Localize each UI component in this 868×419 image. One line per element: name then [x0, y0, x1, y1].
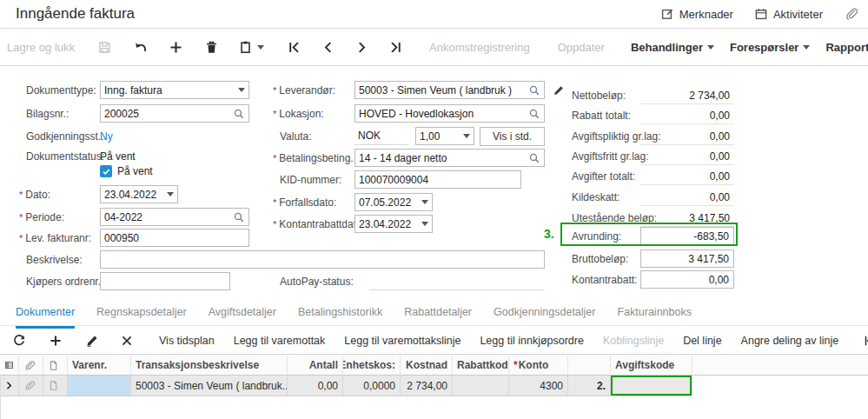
- rounding-value[interactable]: -683,50: [640, 227, 734, 245]
- edit-pencil-icon[interactable]: [553, 84, 565, 96]
- save-and-close-button[interactable]: Lagre og lukk: [7, 41, 75, 54]
- discount-total-value: 0,00: [640, 107, 734, 124]
- row-note-icon[interactable]: [43, 376, 68, 396]
- cash-discount-value[interactable]: 0,00: [640, 270, 734, 289]
- search-icon[interactable]: [528, 84, 540, 96]
- chevron-down-icon: [803, 45, 810, 50]
- cell-enhetskost[interactable]: 0,0000: [343, 376, 401, 396]
- net-amount-label: Nettobeløp:: [572, 87, 626, 104]
- grid-header-row: Varenr. Transaksjonsbeskrivelse Antall E…: [0, 356, 868, 376]
- col-header-antall[interactable]: Antall: [288, 356, 343, 376]
- vendor-invoice-nbr-label: Lev. fakturanr:: [19, 229, 91, 247]
- activities-button[interactable]: Aktiviteter: [754, 7, 823, 21]
- tab-avgiftsdetaljer[interactable]: Avgiftsdetaljer: [209, 306, 276, 326]
- gross-amount-value[interactable]: 3 417,50: [640, 249, 734, 268]
- due-date-field[interactable]: 07.05.2022: [354, 193, 433, 211]
- tab-betalingshistorikk[interactable]: Betalingshistorikk: [298, 306, 382, 326]
- cell-rabattkode[interactable]: [453, 376, 509, 396]
- split-line-button[interactable]: Del linje: [673, 335, 731, 347]
- chevron-down-icon[interactable]: [421, 200, 428, 204]
- description-field[interactable]: [100, 250, 545, 269]
- period-field[interactable]: 04-2022: [100, 208, 249, 226]
- chevron-down-icon[interactable]: [167, 192, 174, 196]
- cell-konto[interactable]: 4300: [509, 376, 568, 396]
- vendor-field[interactable]: 50003 - Simen Veum ( landbruk ): [354, 81, 545, 99]
- col-header-varenr[interactable]: Varenr.: [68, 356, 131, 376]
- fit-width-icon[interactable]: [864, 334, 868, 348]
- notes-button[interactable]: Merknader: [660, 7, 733, 21]
- currency-rate-field[interactable]: 1,00: [415, 127, 474, 145]
- tab-fakturainnboks[interactable]: Fakturainnboks: [617, 306, 691, 326]
- update-button[interactable]: Oppdater: [558, 41, 605, 54]
- search-icon[interactable]: [528, 152, 540, 164]
- actions-menu-button[interactable]: Behandlinger: [631, 41, 714, 54]
- search-icon[interactable]: [528, 108, 540, 120]
- go-last-icon[interactable]: [388, 40, 403, 55]
- attachments-icon[interactable]: [844, 7, 858, 21]
- cell-kostnad[interactable]: 2 734,00: [401, 376, 453, 396]
- reference-nbr-field[interactable]: 200025: [100, 104, 249, 123]
- cell-beskrivelse[interactable]: 50003 - Simen Veum ( landbruk...: [131, 376, 288, 396]
- col-header-enhetskost[interactable]: Enhetskos:: [343, 356, 401, 376]
- due-date-label: Forfallsdato:: [273, 193, 336, 211]
- edit-row-icon[interactable]: [85, 334, 99, 348]
- tab-regnskapsdetaljer[interactable]: Regnskapsdetaljer: [96, 306, 187, 326]
- col-header-konto[interactable]: Konto: [509, 356, 568, 376]
- chevron-down-icon[interactable]: [463, 134, 470, 138]
- currency-code-field[interactable]: NOK: [354, 127, 408, 145]
- search-icon[interactable]: [233, 108, 245, 120]
- add-purchase-order-button[interactable]: Legg til innkjøpsordre: [470, 335, 593, 347]
- payment-terms-field[interactable]: 14 - 14 dager netto: [354, 149, 545, 167]
- cell-antall[interactable]: 0,00: [288, 376, 343, 396]
- cell-varenr[interactable]: [68, 376, 131, 396]
- kid-number-label: KID-nummer:: [280, 170, 341, 189]
- grid-settings-icon[interactable]: [0, 356, 19, 376]
- go-first-icon[interactable]: [287, 40, 301, 55]
- date-field[interactable]: 23.04.2022: [100, 185, 178, 203]
- clipboard-menu-button[interactable]: [238, 40, 264, 55]
- row-expand-icon[interactable]: [0, 376, 19, 396]
- cash-discount-date-field[interactable]: 23.04.2022: [354, 215, 433, 233]
- table-row[interactable]: 50003 - Simen Veum ( landbruk... 0,00 0,…: [0, 376, 868, 396]
- add-receipt-line-button[interactable]: Legg til varemottakslinje: [335, 335, 470, 347]
- description-label: Beskrivelse:: [26, 250, 83, 269]
- tax-total-label: Avgifter totalt:: [572, 168, 635, 185]
- vendor-invoice-nbr-field[interactable]: 000950: [100, 229, 249, 247]
- document-type-field[interactable]: Inng. faktura: [100, 81, 249, 99]
- inquiries-menu-button[interactable]: Forespørsler: [730, 41, 810, 54]
- col-header-kostnad[interactable]: Kostnad: [401, 356, 453, 376]
- col-header-avgiftskode[interactable]: Avgiftskode: [611, 356, 692, 376]
- chevron-down-icon: [257, 45, 264, 50]
- notes-label: Merknader: [679, 8, 733, 21]
- add-receipt-button[interactable]: Legg til varemottak: [224, 335, 335, 347]
- chevron-down-icon[interactable]: [421, 222, 428, 226]
- refresh-icon[interactable]: [12, 334, 26, 348]
- buyer-order-nbr-field[interactable]: [100, 272, 230, 290]
- tab-dokumenter[interactable]: Dokumenter: [16, 306, 75, 329]
- tab-rabattdetaljer[interactable]: Rabattdetaljer: [404, 306, 472, 326]
- delete-row-icon[interactable]: [120, 334, 134, 348]
- col-header-rabattkode[interactable]: Rabattkode: [453, 356, 509, 376]
- undo-split-line-button[interactable]: Angre deling av linje: [732, 335, 849, 347]
- add-row-icon[interactable]: [49, 334, 63, 348]
- location-field[interactable]: HOVED - Hovedlokasjon: [354, 104, 545, 123]
- save-icon[interactable]: [97, 40, 112, 55]
- on-hold-checkbox[interactable]: På vent: [100, 165, 153, 177]
- undo-icon[interactable]: [133, 40, 148, 55]
- kid-number-field[interactable]: 100070009004: [354, 170, 521, 189]
- delete-icon[interactable]: [204, 40, 219, 55]
- view-base-button[interactable]: Vis i std.: [480, 127, 545, 146]
- reports-menu-button[interactable]: Rapporter: [825, 41, 868, 54]
- chevron-down-icon[interactable]: [238, 88, 245, 92]
- col-header-beskrivelse[interactable]: Transaksjonsbeskrivelse: [131, 356, 288, 376]
- view-schedule-button[interactable]: Vis tidsplan: [149, 335, 224, 347]
- link-line-button[interactable]: Koblingslinje: [593, 335, 673, 347]
- row-attachment-icon[interactable]: [19, 376, 43, 396]
- add-icon[interactable]: [169, 40, 183, 55]
- go-previous-icon[interactable]: [321, 40, 335, 55]
- search-icon[interactable]: [233, 211, 245, 223]
- tab-godkjenningsdetaljer[interactable]: Godkjenningsdetaljer: [494, 306, 595, 326]
- cell-avgiftskode[interactable]: [611, 376, 692, 396]
- arrival-registration-button[interactable]: Ankomstregistrering: [429, 41, 530, 54]
- go-next-icon[interactable]: [354, 40, 369, 55]
